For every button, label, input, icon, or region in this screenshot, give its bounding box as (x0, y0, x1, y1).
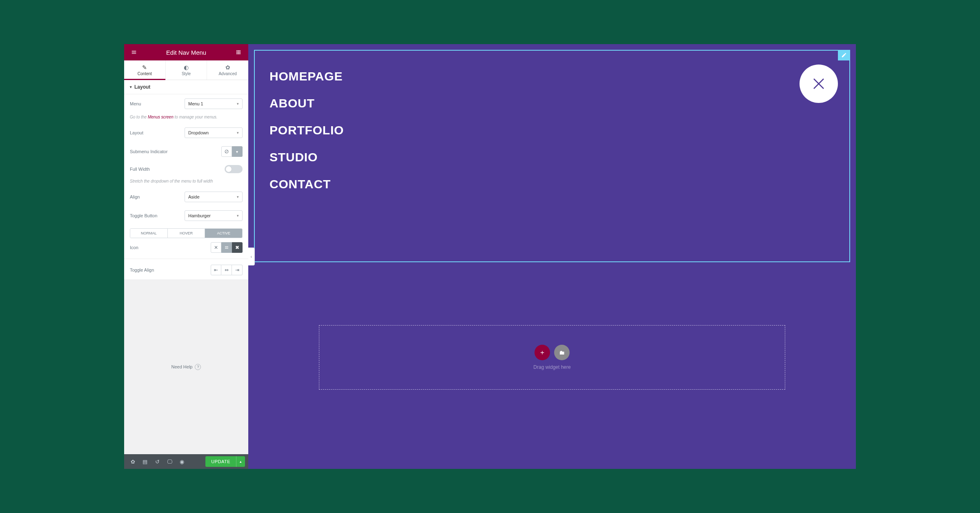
layout-select[interactable]: Dropdown ▾ (185, 127, 243, 138)
history-icon[interactable]: ↺ (152, 456, 163, 467)
togglealign-group: ⇤ ⇔ ⇥ (211, 265, 243, 275)
grid-icon[interactable] (233, 47, 244, 58)
menus-screen-link[interactable]: Menus screen (148, 115, 174, 119)
submenu-none-button[interactable] (221, 146, 232, 157)
chevron-down-icon: ▾ (237, 195, 239, 199)
menu-select[interactable]: Menu 1 ▾ (185, 98, 243, 109)
tab-content[interactable]: ✎ Content (124, 60, 166, 80)
layout-value: Dropdown (188, 130, 209, 135)
editor-workspace: Edit Nav Menu ✎ Content ◐ Style ✿ Advanc… (124, 44, 856, 469)
caret-down-icon: ▾ (130, 85, 132, 89)
menu-close-button[interactable] (800, 65, 838, 103)
menu-item[interactable]: STUDIO (270, 144, 835, 171)
row-align: Align Aside ▾ (124, 187, 248, 206)
align-right-icon: ⇥ (235, 267, 239, 273)
align-center-icon: ⇔ (225, 267, 229, 273)
tab-content-label: Content (138, 71, 152, 76)
chevron-down-icon: ▾ (237, 131, 239, 135)
row-layout: Layout Dropdown ▾ (124, 123, 248, 142)
panel-footer: ✿ ▤ ↺ 🖵 ◉ UPDATE ▴ (124, 454, 248, 469)
widget-panel: Edit Nav Menu ✎ Content ◐ Style ✿ Advanc… (124, 44, 248, 469)
submenu-caret-button[interactable]: ▾ (232, 146, 243, 157)
align-center-button[interactable]: ⇔ (221, 265, 232, 275)
align-left-icon: ⇤ (214, 267, 218, 273)
icon-label: Icon (130, 245, 138, 250)
responsive-icon[interactable]: 🖵 (164, 456, 175, 467)
question-icon: ? (195, 364, 201, 370)
gear-icon: ✿ (225, 64, 230, 71)
toggle-select[interactable]: Hamburger ▾ (185, 210, 243, 221)
state-normal[interactable]: NORMAL (130, 229, 167, 238)
submenu-label: Submenu Indicator (130, 149, 167, 154)
close-icon: ✖ (235, 245, 239, 250)
dropzone-text: Drag widget here (533, 364, 570, 370)
row-full-width: Full Width (124, 161, 248, 177)
row-toggle-button: Toggle Button Hamburger ▾ (124, 206, 248, 225)
togglealign-label: Toggle Align (130, 268, 154, 272)
icon-hamburger-button[interactable] (221, 242, 232, 253)
add-section-button[interactable]: ＋ (535, 345, 550, 360)
panel-collapse-handle[interactable]: ‹ (248, 248, 255, 265)
tab-advanced-label: Advanced (218, 71, 236, 76)
chevron-down-icon: ▾ (236, 149, 238, 154)
preview-icon[interactable]: ◉ (176, 456, 187, 467)
panel-header: Edit Nav Menu (124, 44, 248, 60)
panel-tabs: ✎ Content ◐ Style ✿ Advanced (124, 60, 248, 80)
row-submenu-indicator: Submenu Indicator ▾ (124, 142, 248, 161)
tab-style[interactable]: ◐ Style (166, 60, 207, 80)
pencil-icon: ✎ (142, 64, 147, 71)
folder-icon: 🖿 (559, 349, 565, 356)
icon-close-button[interactable]: ✖ (232, 242, 243, 253)
section-head-layout[interactable]: ▾ Layout (124, 80, 248, 94)
menu-item[interactable]: ABOUT (270, 90, 835, 117)
menu-list: HOMEPAGE ABOUT PORTFOLIO STUDIO CONTACT (270, 63, 835, 198)
chevron-down-icon: ▾ (237, 214, 239, 218)
tab-style-label: Style (182, 71, 191, 76)
settings-icon[interactable]: ✿ (127, 456, 138, 467)
menu-item[interactable]: PORTFOLIO (270, 117, 835, 144)
align-value: Aside (188, 194, 200, 199)
toggle-label: Toggle Button (130, 213, 157, 218)
state-hover[interactable]: HOVER (167, 229, 205, 238)
contrast-icon: ◐ (184, 64, 189, 71)
icon-x-button[interactable]: ✕ (211, 242, 221, 253)
state-tabs: NORMAL HOVER ACTIVE (130, 228, 243, 238)
tab-advanced[interactable]: ✿ Advanced (207, 60, 248, 80)
fullwidth-hint: Stretch the dropdown of the menu to full… (124, 177, 248, 187)
svg-line-1 (225, 150, 228, 153)
menu-hint: Go to the Menus screen to manage your me… (124, 113, 248, 123)
align-label: Align (130, 194, 140, 199)
panel-title: Edit Nav Menu (166, 49, 206, 56)
section-title: Layout (134, 84, 150, 90)
add-template-button[interactable]: 🖿 (554, 345, 570, 360)
layout-label: Layout (130, 130, 143, 135)
menu-icon[interactable] (128, 47, 140, 58)
update-button[interactable]: UPDATE (205, 456, 236, 467)
row-menu: Menu Menu 1 ▾ (124, 94, 248, 113)
widget-edit-handle[interactable] (838, 50, 850, 60)
menu-item[interactable]: CONTACT (270, 171, 835, 198)
empty-section-dropzone[interactable]: ＋ 🖿 Drag widget here (319, 325, 785, 390)
plus-icon: ＋ (539, 348, 546, 357)
menu-label: Menu (130, 101, 141, 106)
section-body-layout: Menu Menu 1 ▾ Go to the Menus screen to … (124, 94, 248, 279)
x-icon: ✕ (214, 245, 218, 250)
navigator-icon[interactable]: ▤ (140, 456, 150, 467)
menu-item[interactable]: HOMEPAGE (270, 63, 835, 90)
menu-value: Menu 1 (188, 101, 203, 106)
icon-choice-group: ✕ ✖ (211, 242, 243, 253)
update-dropdown[interactable]: ▴ (236, 456, 245, 467)
submenu-indicator-group: ▾ (221, 146, 243, 157)
row-icon: Icon ✕ ✖ (124, 238, 248, 257)
align-right-button[interactable]: ⇥ (232, 265, 243, 275)
state-active[interactable]: ACTIVE (205, 229, 242, 238)
fullwidth-toggle[interactable] (225, 165, 243, 173)
need-help-link[interactable]: Need Help ? (124, 279, 248, 454)
help-label: Need Help (172, 364, 193, 369)
nav-menu-widget[interactable]: HOMEPAGE ABOUT PORTFOLIO STUDIO CONTACT (254, 50, 850, 262)
preview-canvas: HOMEPAGE ABOUT PORTFOLIO STUDIO CONTACT … (248, 44, 856, 469)
fullwidth-label: Full Width (130, 167, 150, 172)
align-select[interactable]: Aside ▾ (185, 192, 243, 202)
align-left-button[interactable]: ⇤ (211, 265, 221, 275)
toggle-value: Hamburger (188, 213, 211, 218)
